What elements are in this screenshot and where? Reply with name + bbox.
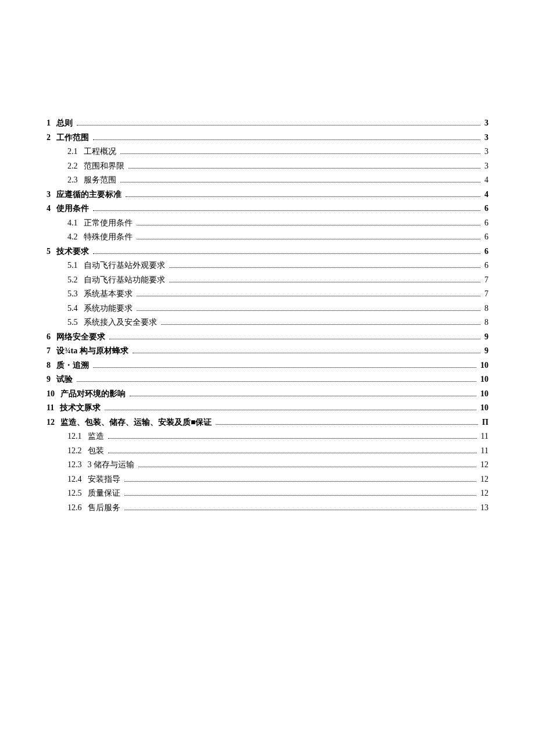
toc-section-title: 使用条件	[56, 204, 89, 213]
toc-label: 1总则	[47, 116, 73, 131]
toc-section-title: 工作范围	[56, 133, 89, 142]
toc-entry: 1总则3	[47, 116, 488, 131]
toc-section-title: 服务范围	[84, 175, 116, 184]
toc-page-number: 3	[484, 116, 488, 131]
toc-dot-leader	[130, 396, 476, 396]
toc-entry: 11技术文豚求10	[47, 401, 488, 415]
toc-dot-leader	[129, 168, 481, 169]
toc-page-number: Π	[482, 415, 488, 430]
toc-label: 5技术要求	[47, 245, 89, 259]
toc-dot-leader	[120, 153, 481, 154]
toc-section-title: 3 储存与运输	[88, 460, 135, 469]
toc-label: 5.3系统基本要求	[67, 287, 133, 302]
toc-page-number: 9	[484, 330, 488, 345]
toc-dot-leader	[124, 495, 477, 496]
toc-entry: 5.5系统接入及安全要求8	[67, 316, 488, 330]
toc-section-title: 监造	[88, 432, 104, 440]
toc-label: 12.5质量保证	[67, 486, 120, 501]
toc-dot-leader	[93, 367, 476, 368]
toc-page-number: 6	[484, 245, 488, 259]
toc-section-number: 5	[47, 247, 51, 256]
toc-label: 2工作范围	[47, 131, 89, 145]
toc-section-number: 4.1	[67, 218, 78, 227]
toc-dot-leader	[120, 182, 481, 182]
toc-page-number: 7	[484, 287, 488, 302]
toc-entry: 5.4系统功能要求8	[67, 302, 488, 316]
toc-section-number: 5.2	[67, 275, 78, 284]
toc-page-number: 10	[480, 372, 488, 387]
toc-section-title: 产品对环境的影响	[60, 389, 126, 398]
toc-section-number: 12.1	[67, 432, 82, 440]
toc-page-number: 11	[481, 444, 488, 458]
toc-dot-leader	[124, 510, 477, 510]
toc-label: 8质・追溯	[47, 359, 89, 373]
toc-dot-leader	[105, 410, 476, 410]
toc-section-number: 4.2	[67, 232, 78, 241]
toc-entry: 2.3服务范围4	[67, 173, 488, 188]
toc-entry: 12.33 储存与运输12	[67, 458, 488, 472]
toc-section-number: 11	[47, 403, 54, 412]
toc-label: 12监造、包装、储存、运输、安装及质■保证	[47, 415, 212, 430]
toc-dot-leader	[108, 453, 477, 453]
toc-dot-leader	[126, 196, 480, 197]
toc-entry: 7设¾ta 构与原材蜂求9	[47, 344, 488, 359]
toc-page-number: 4	[484, 188, 488, 202]
toc-section-number: 6	[47, 332, 51, 341]
toc-entry: 4.1正常使用条件6	[67, 216, 488, 231]
toc-section-title: 售后服务	[88, 503, 120, 512]
toc-dot-leader	[137, 310, 481, 311]
toc-section-number: 12.4	[67, 475, 82, 483]
toc-dot-leader	[216, 424, 478, 425]
toc-entry: 5.2自动飞行基站功能要求7	[67, 273, 488, 288]
toc-dot-leader	[133, 353, 480, 353]
toc-section-title: 技术文豚求	[60, 403, 101, 412]
toc-section-number: 2	[47, 133, 51, 142]
toc-label: 10产品对环境的影响	[47, 387, 126, 402]
toc-section-number: 12.2	[67, 446, 82, 455]
toc-section-title: 范围和界限	[84, 162, 124, 170]
toc-section-number: 4	[47, 204, 51, 213]
toc-dot-leader	[108, 438, 477, 439]
toc-section-number: 2.3	[67, 175, 78, 184]
toc-entry: 6网络安全要求9	[47, 330, 488, 345]
toc-entry: 5.1自动飞行基站外观要求6	[67, 259, 488, 273]
toc-label: 12.6售后服务	[67, 501, 120, 515]
toc-entry: 8质・追溯10	[47, 359, 488, 373]
toc-page-number: 10	[480, 387, 488, 402]
toc-section-number: 12.6	[67, 503, 82, 512]
toc-entry: 4.2特殊使用条件6	[67, 230, 488, 245]
toc-entry: 12.2包装11	[67, 444, 488, 458]
toc-section-number: 12.3	[67, 460, 82, 469]
toc-dot-leader	[138, 467, 476, 467]
toc-label: 12.1监造	[67, 429, 104, 444]
toc-section-number: 5.3	[67, 289, 78, 298]
toc-section-number: 5.4	[67, 304, 78, 313]
toc-label: 6网络安全要求	[47, 330, 105, 345]
toc-section-number: 5.1	[67, 261, 78, 270]
toc-dot-leader	[169, 267, 481, 268]
toc-section-number: 12	[47, 418, 55, 427]
toc-section-title: 技术要求	[56, 247, 89, 256]
toc-dot-leader	[161, 324, 481, 325]
toc-label: 2.2范围和界限	[67, 159, 124, 174]
toc-dot-leader	[137, 239, 481, 239]
toc-page-number: 10	[480, 359, 488, 373]
toc-section-title: 质・追溯	[56, 361, 89, 370]
toc-label: 2.1工程概况	[67, 145, 116, 159]
toc-page-number: 3	[484, 159, 488, 174]
toc-section-title: 安装指导	[88, 475, 120, 483]
toc-page-number: 6	[484, 259, 488, 273]
toc-section-title: 正常使用条件	[84, 218, 133, 227]
toc-dot-leader	[77, 381, 476, 382]
toc-label: 2.3服务范围	[67, 173, 116, 188]
toc-section-number: 9	[47, 375, 51, 384]
toc-dot-leader	[109, 339, 480, 339]
toc-label: 5.1自动飞行基站外观要求	[67, 259, 165, 273]
toc-page-number: 6	[484, 216, 488, 231]
table-of-contents: 1总则32工作范围32.1工程概况32.2范围和界限32.3服务范围43应遵循的…	[47, 116, 488, 515]
toc-section-number: 3	[47, 190, 51, 199]
toc-entry: 2.1工程概况3	[67, 145, 488, 159]
toc-entry: 2工作范围3	[47, 131, 488, 145]
toc-entry: 12.4安装指导12	[67, 472, 488, 487]
toc-entry: 12.6售后服务13	[67, 501, 488, 515]
